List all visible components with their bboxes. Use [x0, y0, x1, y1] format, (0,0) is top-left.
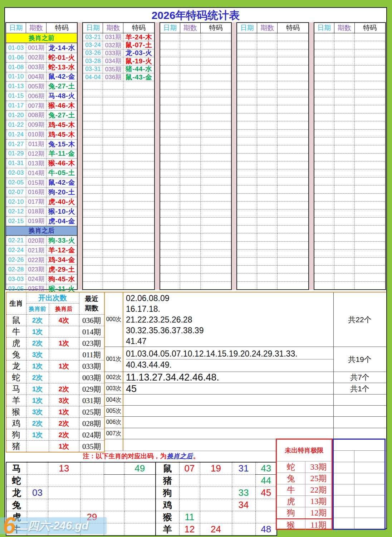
frequency-numbers-cell: 02.06.08.0916.17.18.21.22.23.25.26.2830.… [123, 292, 333, 347]
limit-row: 蛇33期 [277, 461, 332, 473]
draw-code-cell [278, 57, 308, 65]
draw-row [160, 145, 231, 153]
empty-grid-cell [334, 484, 354, 495]
before-count-cell: 3次 [26, 406, 49, 418]
draw-code-cell [201, 282, 231, 289]
draw-date-cell [83, 90, 103, 97]
zodiac-name-cell: 猴 [6, 406, 26, 418]
frequency-numbers-cell: 45 [123, 383, 333, 394]
note-prefix: 注：以下生肖的对应出码，为 [83, 452, 167, 460]
draw-code-cell [123, 185, 154, 193]
draw-date-cell [237, 145, 257, 153]
draw-period-cell [334, 178, 355, 185]
draws-header-row: 日期期数特码 [237, 23, 308, 33]
draw-code-cell [278, 233, 308, 241]
draw-period-cell [103, 209, 123, 217]
draw-period-cell [334, 218, 355, 225]
draw-code-cell: 狗-45-水 [46, 275, 77, 284]
draw-period-cell: 014期 [26, 168, 46, 178]
after-change-codes-table-right: 鼠07193143猪44狗3345鸡34猴11羊122448 [155, 462, 277, 536]
draw-date-cell [237, 97, 257, 105]
draw-row [314, 129, 385, 137]
draw-period-cell [103, 169, 123, 177]
empty-grid-cell [354, 484, 384, 495]
draw-code-cell [123, 209, 154, 217]
draw-code-cell [355, 41, 385, 49]
draw-code-cell [201, 161, 231, 169]
code-number-cell: 03 [27, 487, 48, 499]
draw-row: 02-26022期鸡-34-金 [6, 255, 77, 265]
draw-code-cell: 狗-20-土 [46, 188, 77, 197]
draw-code-cell [278, 66, 308, 73]
draw-date-cell [160, 266, 180, 273]
code-number-cell: 43 [255, 462, 277, 475]
draw-date-cell [83, 218, 103, 225]
draw-row [160, 225, 231, 233]
before-count-cell: 2次 [26, 315, 49, 326]
draw-row [314, 49, 385, 57]
draw-period-cell [257, 233, 278, 241]
draw-date-cell [160, 250, 180, 257]
recent-period-cell: 023期 [79, 338, 104, 349]
draw-period-cell [257, 130, 278, 137]
draw-code-cell: 狗-33-火 [46, 236, 77, 245]
draw-date-cell [160, 121, 180, 129]
draw-row [314, 185, 385, 193]
before-count-cell: 1次 [26, 326, 49, 338]
frequency-row: 003次45共1个 [105, 383, 386, 395]
code-number-cell [124, 475, 156, 487]
draw-code-cell [278, 145, 308, 153]
zodiac-stats-row: 蛇2次003期 [6, 372, 104, 383]
empty-grid-cell [334, 462, 354, 473]
unreleased-zodiac-limit-table: 未出特肖极限 蛇33期兔25期牛22期虎13期狗12期猴11期 [276, 439, 333, 530]
empty-grid-cell [334, 473, 354, 484]
draw-period-cell [180, 105, 201, 113]
draw-period-cell [180, 242, 201, 249]
draw-code-cell [355, 105, 385, 113]
draw-row [160, 257, 231, 265]
draw-period-cell [334, 73, 355, 81]
draw-row [314, 73, 385, 81]
draw-row [237, 145, 308, 153]
draw-code-cell: 马-48-火 [46, 91, 77, 101]
code-row: 羊122448 [156, 523, 277, 536]
draw-code-cell [278, 97, 308, 105]
draw-row [237, 97, 308, 105]
draw-code-cell [201, 81, 231, 89]
draw-code-cell [355, 274, 385, 281]
draw-row [160, 161, 231, 169]
code-row: 鼠07193143 [156, 462, 277, 475]
draw-row: 02-07016期狗-20-土 [6, 187, 77, 197]
draw-code-cell [123, 178, 154, 185]
draw-period-cell [103, 121, 123, 129]
draw-period-cell [180, 49, 201, 57]
draw-period-cell [103, 250, 123, 257]
limit-zodiac-cell: 兔 [277, 473, 305, 484]
note-suffix: 。 [193, 452, 200, 460]
draw-period-cell [334, 57, 355, 65]
limit-zodiac-cell: 蛇 [277, 461, 305, 473]
draw-period-cell [257, 73, 278, 81]
draw-period-cell [180, 250, 201, 257]
draw-date-cell [83, 169, 103, 177]
draw-row: 01-29012期羊-11-金 [6, 149, 77, 159]
code-number-cell: 07 [179, 462, 200, 475]
draw-period-cell [257, 41, 278, 49]
draw-date-cell [160, 137, 180, 145]
draw-date-cell [314, 161, 334, 169]
draw-row [83, 257, 154, 265]
draw-code-cell [278, 81, 308, 89]
draw-code-cell [278, 161, 308, 169]
frequency-total-cell [333, 406, 386, 416]
draw-code-cell [355, 202, 385, 209]
code-number-cell: 24 [200, 523, 232, 536]
period-column-header: 期数 [257, 23, 278, 33]
draw-code-cell [123, 161, 154, 169]
draw-row [160, 241, 231, 249]
draw-date-cell [237, 202, 257, 209]
draw-date-cell [314, 66, 334, 73]
draw-code-cell [355, 226, 385, 233]
frequency-row: 004次 [105, 395, 386, 406]
draw-row [237, 177, 308, 185]
draw-date-cell [160, 282, 180, 289]
